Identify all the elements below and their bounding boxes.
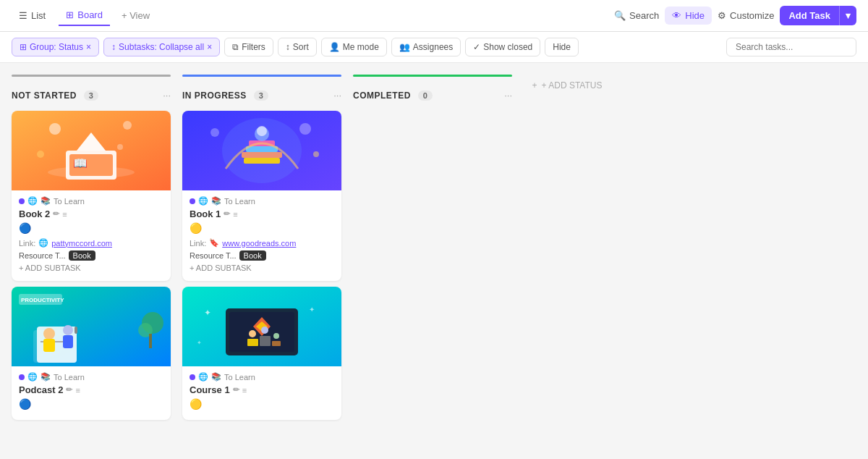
svg-rect-28 — [246, 146, 278, 152]
svg-text:PRODUCTIVITY: PRODUCTIVITY — [21, 297, 64, 303]
tag-label: To Learn — [54, 373, 85, 382]
tag-emoji2: 📚 — [41, 372, 51, 382]
tag-dot1 — [190, 198, 195, 204]
column-title: NOT STARTED 3 — [12, 90, 98, 101]
tag-emoji1: 🌐 — [198, 196, 208, 206]
resource-label: Resource T... — [19, 251, 66, 260]
card-title-text: Book 2 — [19, 209, 50, 219]
column-menu-icon[interactable]: ··· — [504, 90, 512, 101]
svg-text:✦: ✦ — [204, 308, 211, 318]
card-tags: 🌐 📚 To Learn — [190, 196, 334, 206]
column-count: 0 — [418, 90, 433, 101]
add-view-btn[interactable]: + View — [116, 6, 156, 25]
card-resource: Resource T... Book — [19, 250, 163, 261]
svg-rect-15 — [43, 339, 55, 352]
column-header-completed: COMPLETED 0 ··· — [353, 85, 512, 105]
svg-rect-27 — [242, 152, 282, 158]
svg-text:✦: ✦ — [309, 306, 315, 313]
me-mode-btn[interactable]: 👤 Me mode — [321, 38, 387, 56]
assignees-btn[interactable]: 👥 Assignees — [391, 38, 461, 56]
svg-point-34 — [313, 151, 319, 157]
show-closed-btn[interactable]: ✓ Show closed — [465, 38, 540, 56]
sort-btn[interactable]: ↕ Sort — [278, 38, 317, 56]
edit-icon[interactable]: ✏ — [233, 385, 239, 395]
card-body: 🌐 📚 To Learn Book 1 ✏ ≡ 🟡 Link: 🔖 www.go… — [182, 190, 341, 281]
column-title: COMPLETED 0 — [353, 90, 433, 101]
card-flag: 🔵 — [19, 222, 163, 234]
nav-list[interactable]: ☰ List — [12, 6, 53, 25]
add-task-arrow[interactable]: ▾ — [839, 6, 856, 25]
column-header-not-started: NOT STARTED 3 ··· — [12, 85, 171, 105]
card-flag: 🟡 — [190, 398, 334, 410]
add-subtask-btn[interactable]: + ADD SUBTASK — [190, 261, 334, 275]
edit-icon[interactable]: ✏ — [66, 385, 72, 395]
edit-icon[interactable]: ✏ — [53, 209, 59, 219]
svg-point-43 — [249, 330, 256, 337]
link-value[interactable]: www.goodreads.com — [222, 239, 296, 248]
svg-point-31 — [257, 126, 267, 136]
link-icon: 🌐 — [38, 238, 48, 248]
filters-btn[interactable]: ⧉ Filters — [224, 38, 273, 56]
card-book1[interactable]: 🌐 📚 To Learn Book 1 ✏ ≡ 🟡 Link: 🔖 www.go… — [182, 111, 341, 281]
search-tasks-input[interactable] — [726, 38, 856, 56]
more-icon[interactable]: ≡ — [233, 210, 237, 219]
svg-rect-40 — [247, 339, 258, 346]
add-status-btn[interactable]: ++ ADD STATUS — [524, 75, 610, 96]
svg-point-44 — [261, 327, 268, 334]
search-btn[interactable]: 🔍 Search — [614, 10, 659, 21]
more-icon[interactable]: ≡ — [62, 210, 67, 219]
card-title-row: Podcast 2 ✏ ≡ — [19, 384, 163, 395]
card-title-text: Podcast 2 — [19, 384, 63, 395]
svg-rect-26 — [244, 158, 280, 164]
tag-label: To Learn — [224, 197, 255, 206]
customize-btn[interactable]: ⚙ Customize — [718, 10, 774, 21]
svg-rect-17 — [63, 335, 73, 348]
close-group-icon[interactable]: × — [86, 42, 91, 52]
column-menu-icon[interactable]: ··· — [163, 90, 171, 101]
card-body: 🌐 📚 To Learn Podcast 2 ✏ ≡ 🔵 — [12, 366, 171, 420]
group-status-btn[interactable]: ⊞ Group: Status × — [12, 38, 99, 56]
gear-icon: ⚙ — [718, 10, 726, 21]
subtasks-btn[interactable]: ↕ Subtasks: Collapse all × — [103, 38, 220, 56]
card-tags: 🌐 📚 To Learn — [19, 196, 163, 206]
card-image-book1 — [182, 111, 341, 190]
svg-point-33 — [210, 128, 219, 137]
check-icon: ✓ — [473, 42, 480, 52]
edit-icon[interactable]: ✏ — [224, 209, 230, 219]
svg-point-6 — [123, 121, 132, 130]
svg-point-32 — [299, 123, 311, 135]
add-subtask-btn[interactable]: + ADD SUBTASK — [19, 261, 163, 275]
nav-right: 🔍 Search 👁 Hide ⚙ Customize Add Task ▾ — [614, 6, 856, 25]
svg-point-5 — [49, 123, 61, 135]
nav-board[interactable]: ⊞ Board — [59, 5, 110, 26]
more-icon[interactable]: ≡ — [242, 386, 247, 395]
svg-rect-20 — [75, 327, 77, 334]
svg-point-45 — [273, 333, 279, 339]
add-task-btn[interactable]: Add Task ▾ — [780, 6, 856, 25]
card-resource: Resource T... Book — [190, 250, 334, 261]
close-subtasks-icon[interactable]: × — [207, 42, 212, 52]
card-podcast2[interactable]: PRODUCTIVITY 🌐 📚 To Learn Podcast 2 ✏ ≡ … — [12, 287, 171, 420]
hide-cols-btn[interactable]: Hide — [545, 38, 579, 56]
link-icon: 🔖 — [209, 238, 219, 248]
column-menu-icon[interactable]: ··· — [333, 90, 341, 101]
link-label: Link: — [19, 239, 35, 248]
list-icon: ☰ — [19, 10, 27, 21]
tag-dot1 — [19, 374, 25, 380]
link-value[interactable]: pattymccord.com — [51, 239, 112, 248]
person-icon: 👤 — [329, 42, 340, 52]
resource-badge: Book — [69, 250, 95, 261]
column-count: 3 — [84, 90, 99, 101]
subtask-icon: ↕ — [111, 42, 116, 52]
svg-point-14 — [43, 328, 55, 340]
tag-dot1 — [190, 374, 195, 380]
svg-point-7 — [117, 144, 123, 150]
card-link: Link: 🌐 pattymccord.com — [19, 238, 163, 248]
card-book2[interactable]: 📖 🌐 📚 To Learn Book 2 ✏ ≡ 🔵 Link: 🌐 p — [12, 111, 171, 281]
more-icon[interactable]: ≡ — [75, 386, 80, 395]
card-course1[interactable]: ✦ ✦ ✦ 🌐 📚 To Learn Course 1 ✏ ≡ 🟡 — [182, 287, 341, 420]
tag-emoji2: 📚 — [211, 196, 221, 206]
toolbar: ⊞ Group: Status × ↕ Subtasks: Collapse a… — [0, 32, 868, 63]
svg-point-8 — [37, 151, 44, 158]
hide-btn[interactable]: 👁 Hide — [665, 7, 712, 25]
